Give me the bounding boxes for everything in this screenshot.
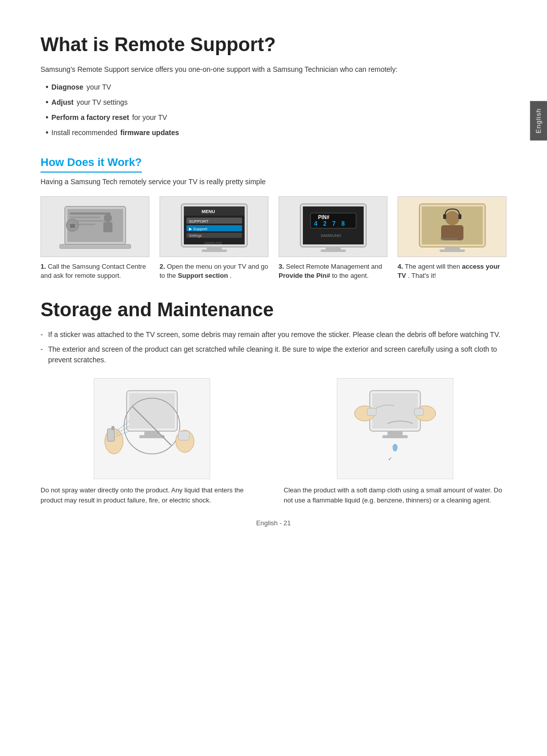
svg-rect-23 xyxy=(202,249,227,252)
step-4-agent: The agent will then xyxy=(405,263,462,270)
step-4-rest: . That's it! xyxy=(408,272,436,279)
cloth-cleaning-illustration: ✓ xyxy=(339,381,451,477)
step-1-rest: and ask for remote support. xyxy=(41,272,121,279)
bullet-adjust-rest: your TV settings xyxy=(76,97,128,108)
svg-rect-30 xyxy=(326,247,341,249)
maintenance-image-2: ✓ xyxy=(337,378,453,479)
svg-rect-46 xyxy=(107,429,114,441)
how-title: How Does it Work? xyxy=(41,154,142,173)
language-label: English xyxy=(535,108,542,134)
step-3-select: Select Remote Management and xyxy=(286,263,382,270)
svg-rect-37 xyxy=(458,214,461,219)
no-spray-illustration xyxy=(96,381,208,477)
step-4-number: 4. xyxy=(398,263,403,270)
svg-rect-8 xyxy=(103,222,112,232)
maintenance-item-1: Do not spray water directly onto the pro… xyxy=(41,378,263,505)
step-3-number: 3. xyxy=(279,263,284,270)
storage-bullet-1: If a sticker was attached to the TV scre… xyxy=(41,329,506,340)
storage-bullet-2: The exterior and screen of the product c… xyxy=(41,344,506,365)
agent-illustration: SAMSUNG xyxy=(412,199,493,255)
svg-text:☎: ☎ xyxy=(69,223,75,229)
svg-rect-6 xyxy=(60,244,131,248)
svg-point-7 xyxy=(104,214,112,222)
svg-rect-56 xyxy=(372,393,418,429)
footer-text: English - 21 xyxy=(256,519,291,527)
bullet-diagnose-bold: Diagnose xyxy=(52,82,84,93)
svg-rect-39 xyxy=(445,247,460,249)
bullet-firmware-bold: firmware updates xyxy=(121,128,179,138)
step-1-image: ☎ xyxy=(41,196,149,257)
svg-text:Settings: Settings xyxy=(189,234,202,238)
step-4-desc: 4. The agent will then access your TV . … xyxy=(398,262,506,280)
step-4-image: SAMSUNG xyxy=(398,196,506,257)
tv-menu-illustration: MENU SUPPORT ▶ Support Settings SAMSUNG xyxy=(174,199,255,255)
step-4: SAMSUNG 4. The agent will then access yo… xyxy=(398,196,506,280)
maintenance-row: Do not spray water directly onto the pro… xyxy=(41,378,506,505)
step-2-desc: 2. Open the menu on your TV and go to th… xyxy=(160,262,268,280)
step-3-desc: 3. Select Remote Management and Provide … xyxy=(279,262,387,280)
svg-rect-31 xyxy=(321,249,346,252)
svg-text:4 2 7 8: 4 2 7 8 xyxy=(314,220,347,227)
remote-support-title: What is Remote Support? xyxy=(41,30,506,59)
remote-support-intro: Samsung's Remote Support service offers … xyxy=(41,64,506,75)
step-3: PIN# 4 2 7 8 SAMSUNG 3. Select Remote Ma… xyxy=(279,196,387,280)
step-2-open: Open the menu xyxy=(167,263,212,270)
remote-support-bullets: Diagnose your TV Adjust your TV settings… xyxy=(41,81,506,139)
bullet-firmware-plain: Install recommended xyxy=(52,128,118,138)
bullet-factory-reset: Perform a factory reset for your TV xyxy=(46,111,506,123)
step-2-number: 2. xyxy=(160,263,165,270)
step-2-support: Support section xyxy=(178,272,228,279)
svg-rect-2 xyxy=(70,213,110,215)
svg-rect-3 xyxy=(70,217,100,218)
laptop-illustration: ☎ xyxy=(55,199,136,255)
step-2-image: MENU SUPPORT ▶ Support Settings SAMSUNG xyxy=(160,196,268,257)
bullet-adjust-bold: Adjust xyxy=(52,97,74,108)
svg-rect-54 xyxy=(178,431,189,440)
svg-text:SAMSUNG: SAMSUNG xyxy=(321,233,341,238)
bullet-firmware: Install recommended firmware updates xyxy=(46,127,506,139)
svg-rect-62 xyxy=(414,408,423,415)
maintenance-desc-1: Do not spray water directly onto the pro… xyxy=(41,485,263,505)
svg-rect-36 xyxy=(443,214,446,219)
storage-title: Storage and Maintenance xyxy=(41,296,506,324)
language-tab: English xyxy=(530,101,548,141)
svg-rect-60 xyxy=(367,408,376,415)
svg-text:MENU: MENU xyxy=(202,209,215,214)
maintenance-item-2: ✓ Clean the product with a soft damp clo… xyxy=(284,378,506,505)
step-3-pin: Provide the Pin# xyxy=(279,272,330,279)
storage-bullets: If a sticker was attached to the TV scre… xyxy=(41,329,506,365)
page-content: English What is Remote Support? Samsung'… xyxy=(0,0,547,543)
svg-text:SUPPORT: SUPPORT xyxy=(189,219,209,224)
bullet-diagnose: Diagnose your TV xyxy=(46,81,506,93)
pin-illustration: PIN# 4 2 7 8 SAMSUNG xyxy=(293,199,374,255)
svg-text:SAMSUNG: SAMSUNG xyxy=(440,237,457,241)
step-1-number: 1. xyxy=(41,263,46,270)
svg-rect-57 xyxy=(387,431,403,435)
svg-rect-22 xyxy=(207,247,222,249)
bullet-factory-bold: Perform a factory reset xyxy=(52,112,129,123)
step-2: MENU SUPPORT ▶ Support Settings SAMSUNG xyxy=(160,196,268,280)
storage-section: Storage and Maintenance If a sticker was… xyxy=(41,296,506,505)
step-3-image: PIN# 4 2 7 8 SAMSUNG xyxy=(279,196,387,257)
step-1-bold: Call the Samsung Contact Centre xyxy=(48,263,146,270)
step-3-rest: to the agent. xyxy=(332,272,369,279)
svg-rect-40 xyxy=(440,249,465,252)
svg-rect-47 xyxy=(111,426,114,430)
steps-row: ☎ 1. Call the Samsung Contact Centre and… xyxy=(41,196,506,280)
svg-text:PIN#: PIN# xyxy=(318,215,330,220)
svg-text:SAMSUNG: SAMSUNG xyxy=(204,241,222,245)
bullet-factory-rest: for your TV xyxy=(132,112,167,123)
remote-support-section: What is Remote Support? Samsung's Remote… xyxy=(41,30,506,280)
maintenance-desc-2: Clean the product with a soft damp cloth… xyxy=(284,485,506,505)
how-intro: Having a Samsung Tech remotely service y… xyxy=(41,177,506,187)
bullet-diagnose-rest: your TV xyxy=(87,82,111,93)
svg-point-34 xyxy=(445,211,459,225)
step-1: ☎ 1. Call the Samsung Contact Centre and… xyxy=(41,196,149,280)
page-footer: English - 21 xyxy=(0,518,547,528)
svg-rect-58 xyxy=(382,435,408,438)
step-2-period: . xyxy=(230,272,232,279)
maintenance-image-1 xyxy=(94,378,210,479)
bullet-adjust: Adjust your TV settings xyxy=(46,96,506,108)
step-1-desc: 1. Call the Samsung Contact Centre and a… xyxy=(41,262,149,280)
svg-text:▶ Support: ▶ Support xyxy=(189,227,208,231)
